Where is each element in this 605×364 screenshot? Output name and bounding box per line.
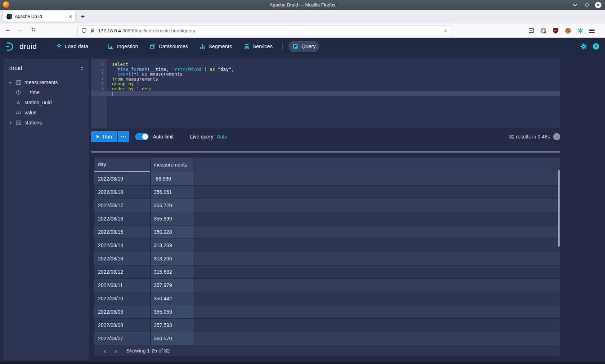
tree-label: station_uuid xyxy=(24,100,52,105)
tab-bar: Apache Druid × + xyxy=(0,10,605,23)
column-header-measurements[interactable]: measurements xyxy=(151,158,194,172)
nav-label: Datasources xyxy=(159,44,188,49)
string-type-icon: A xyxy=(15,100,22,105)
cell-day[interactable]: 2022/08/13 xyxy=(94,252,150,265)
window-minimize-icon[interactable] xyxy=(572,2,578,8)
chevron-down-icon[interactable] xyxy=(7,81,13,85)
cell-day[interactable]: 2022/08/12 xyxy=(94,265,150,278)
nav-item-query[interactable]: Query xyxy=(288,41,320,52)
results-table-body: 2022/08/1986,9302022/08/18356,0612022/08… xyxy=(94,172,560,345)
table-row: 2022/08/16355,999 xyxy=(94,212,560,225)
cell-day[interactable]: 2022/08/19 xyxy=(94,172,150,185)
table-row: 2022/08/10350,442 xyxy=(94,292,560,305)
cell-day[interactable]: 2022/08/11 xyxy=(94,279,150,292)
toggle-knob xyxy=(142,134,148,140)
cell-measurements[interactable]: 355,999 xyxy=(151,212,194,225)
cell-day[interactable]: 2022/08/18 xyxy=(94,186,150,199)
nav-item-ingestion[interactable]: Ingestion xyxy=(104,41,142,52)
cell-measurements[interactable]: 357,593 xyxy=(151,319,194,332)
window-title: Apache Druid — Mozilla Firefox xyxy=(0,2,605,8)
reload-button[interactable]: ↻ xyxy=(31,26,36,33)
tree-item-value[interactable]: 123 value xyxy=(4,108,89,118)
table-icon xyxy=(15,120,22,125)
cell-measurements[interactable]: 357,979 xyxy=(151,279,194,292)
cell-day[interactable]: 2022/08/09 xyxy=(94,305,150,318)
previous-page-icon[interactable]: ‹ xyxy=(99,347,110,354)
insecure-lock-icon[interactable] xyxy=(90,28,95,33)
cell-measurements[interactable]: 355,059 xyxy=(151,305,194,318)
extension-icon[interactable] xyxy=(539,27,547,35)
cell-day[interactable]: 2022/08/17 xyxy=(94,199,150,212)
cell-day[interactable]: 2022/08/08 xyxy=(94,319,150,332)
services-icon xyxy=(243,44,250,50)
live-query-value[interactable]: Auto xyxy=(217,134,227,140)
forward-button[interactable]: → xyxy=(18,26,24,33)
load-data-icon xyxy=(56,44,62,50)
cell-measurements[interactable]: 313,209 xyxy=(151,239,194,252)
cell-day[interactable]: 2022/08/16 xyxy=(94,212,150,225)
tab-close-icon[interactable]: × xyxy=(69,14,72,19)
table-row: 2022/08/08357,593 xyxy=(94,319,560,332)
nav-item-datasources[interactable]: Datasources xyxy=(146,41,192,52)
druid-console: druid Load data Ingestion Datasou xyxy=(0,38,605,364)
settings-gear-icon[interactable] xyxy=(580,43,587,50)
url-bar[interactable]: 172.18.0.4:30899/unified-console.html#qu… xyxy=(77,25,452,36)
table-row: 2022/08/13313,206 xyxy=(94,252,560,265)
asterisk-extension-icon[interactable] xyxy=(576,27,584,35)
tree-label: measurements xyxy=(24,79,58,85)
column-header-day[interactable]: day xyxy=(94,158,150,172)
cell-measurements[interactable]: 356,061 xyxy=(151,186,194,199)
run-button[interactable]: Run xyxy=(91,131,117,142)
sort-icon[interactable] xyxy=(80,66,84,71)
cell-measurements[interactable]: 360,570 xyxy=(151,332,194,345)
tree-item-time[interactable]: __time xyxy=(4,87,89,97)
chevron-right-icon[interactable] xyxy=(7,121,13,125)
cell-measurements[interactable]: 86,930 xyxy=(151,172,194,185)
help-icon[interactable]: ? xyxy=(593,43,599,50)
nav-item-load-data[interactable]: Load data xyxy=(52,41,92,52)
sql-editor[interactable]: 1select2 time_format(__time, 'YYYY/MM/dd… xyxy=(91,59,560,128)
url-path: :30899/unified-console.html#query xyxy=(121,28,195,33)
tree-label: stations xyxy=(24,120,42,126)
cell-measurements[interactable]: 356,728 xyxy=(151,199,194,212)
firefox-window: Apache Druid — Mozilla Firefox × Apache … xyxy=(0,0,605,364)
back-button[interactable]: ← xyxy=(5,26,11,33)
menu-icon[interactable] xyxy=(589,27,597,35)
panel-resize-handle[interactable] xyxy=(91,151,560,153)
tree-item-station-uuid[interactable]: A station_uuid xyxy=(4,97,89,108)
pocket-icon[interactable] xyxy=(527,27,535,35)
table-scrollbar[interactable] xyxy=(558,170,560,247)
cell-measurements[interactable]: 350,442 xyxy=(151,292,194,305)
download-icon[interactable]: ↓ xyxy=(553,133,560,140)
tree-item-measurements[interactable]: measurements xyxy=(4,77,89,87)
shield-icon[interactable] xyxy=(81,28,87,33)
cell-measurements[interactable]: 315,682 xyxy=(151,265,194,278)
cookie-icon[interactable] xyxy=(564,27,572,35)
tree-item-stations[interactable]: stations xyxy=(4,118,89,128)
cell-day[interactable]: 2022/08/15 xyxy=(94,226,150,238)
cell-empty xyxy=(195,252,560,265)
cell-empty xyxy=(195,292,560,305)
cell-day[interactable]: 2022/08/14 xyxy=(94,239,150,252)
druid-logo[interactable]: druid xyxy=(6,42,37,51)
run-more-button[interactable]: ••• xyxy=(118,131,130,142)
nav-item-segments[interactable]: Segments xyxy=(196,41,236,52)
ingestion-icon xyxy=(108,44,114,50)
window-maximize-icon[interactable] xyxy=(583,2,590,8)
nav-item-services[interactable]: Services xyxy=(239,41,277,52)
nav-label: Ingestion xyxy=(117,44,138,49)
browser-tab[interactable]: Apache Druid × xyxy=(3,11,76,22)
cell-measurements[interactable]: 350,228 xyxy=(151,226,194,238)
ublock-icon[interactable]: UO xyxy=(552,27,560,35)
cell-day[interactable]: 2022/08/10 xyxy=(94,292,150,305)
cell-measurements[interactable]: 313,206 xyxy=(151,252,194,265)
table-row: 2022/08/07360,570 xyxy=(94,332,560,345)
window-close-icon[interactable]: × xyxy=(595,2,601,8)
next-page-icon[interactable]: › xyxy=(110,347,121,354)
cell-day[interactable]: 2022/08/07 xyxy=(94,332,150,345)
bookmark-star-icon[interactable]: ☆ xyxy=(443,27,448,34)
auto-limit-toggle[interactable] xyxy=(135,133,149,140)
nav-label: Load data xyxy=(65,44,88,49)
new-tab-button[interactable]: + xyxy=(81,13,85,20)
schema-sidebar: druid measurements __time xyxy=(4,59,89,360)
